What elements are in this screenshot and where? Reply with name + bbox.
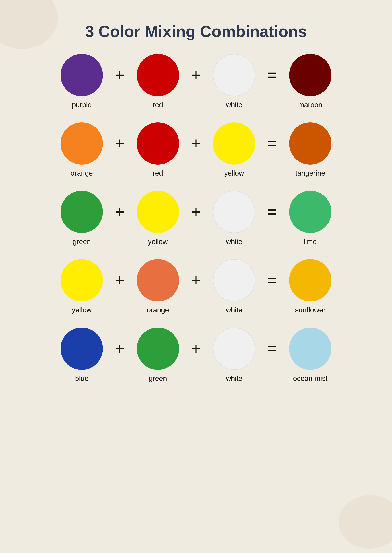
- color-circle-color2-4: [137, 259, 179, 301]
- color-circle-result-2: [289, 122, 331, 165]
- color-label-color1-2: orange: [71, 169, 93, 177]
- equals-sign-equals-1: =: [267, 67, 277, 83]
- color-label-color3-3: white: [226, 238, 243, 246]
- page-title: 3 Color Mixing Combinations: [0, 0, 392, 54]
- color-label-color1-5: blue: [75, 374, 89, 383]
- color-item-result-5: ocean mist: [284, 327, 337, 383]
- color-circle-color2-2: [137, 122, 179, 165]
- color-circle-result-1: [289, 54, 331, 96]
- color-label-result-1: maroon: [298, 101, 322, 109]
- plus-sign-plus-2-3: +: [191, 204, 201, 220]
- color-circle-color1-3: [61, 191, 103, 233]
- color-circle-color1-1: [61, 54, 103, 96]
- color-item-color3-5: white: [207, 327, 261, 383]
- color-label-result-4: sunflower: [295, 306, 326, 314]
- color-label-color2-1: red: [153, 101, 163, 109]
- color-label-color2-3: yellow: [148, 238, 168, 246]
- color-item-color3-2: yellow: [207, 122, 261, 177]
- combination-row-2: orange+red+yellow=tangerine: [27, 122, 365, 177]
- color-circle-result-3: [289, 191, 331, 233]
- plus-sign-plus-2-1: +: [191, 67, 201, 83]
- color-circle-color3-1: [213, 54, 255, 96]
- color-label-color3-2: yellow: [224, 169, 244, 177]
- color-circle-color3-3: [213, 191, 255, 233]
- combination-row-4: yellow+orange+white=sunflower: [27, 259, 365, 314]
- color-item-color2-4: orange: [131, 259, 185, 314]
- color-label-result-2: tangerine: [295, 169, 325, 177]
- color-item-color1-5: blue: [55, 327, 108, 383]
- color-label-result-3: lime: [304, 238, 317, 246]
- combinations-container: purple+red+white=maroonorange+red+yellow…: [0, 54, 392, 405]
- color-item-color1-3: green: [55, 191, 108, 246]
- color-label-color1-3: green: [73, 238, 91, 246]
- color-circle-color3-4: [213, 259, 255, 301]
- combination-row-3: green+yellow+white=lime: [27, 191, 365, 246]
- color-label-color3-1: white: [226, 101, 243, 109]
- color-label-color1-4: yellow: [72, 306, 91, 314]
- combination-row-5: blue+green+white=ocean mist: [27, 327, 365, 383]
- color-circle-color2-5: [137, 327, 179, 370]
- color-item-result-3: lime: [284, 191, 337, 246]
- plus-sign-plus-1-5: +: [115, 340, 125, 356]
- combination-row-1: purple+red+white=maroon: [27, 54, 365, 109]
- color-item-color1-2: orange: [55, 122, 108, 177]
- color-label-color2-4: orange: [147, 306, 169, 314]
- color-item-color1-1: purple: [55, 54, 108, 109]
- color-item-color2-5: green: [131, 327, 185, 383]
- equals-sign-equals-4: =: [267, 272, 277, 288]
- color-circle-color2-1: [137, 54, 179, 96]
- color-circle-color3-5: [213, 327, 255, 370]
- color-circle-color1-4: [61, 259, 103, 301]
- equals-sign-equals-5: =: [267, 340, 277, 356]
- color-label-color2-5: green: [149, 374, 167, 383]
- color-label-color2-2: red: [153, 169, 163, 177]
- color-circle-color1-2: [61, 122, 103, 165]
- color-item-result-2: tangerine: [284, 122, 337, 177]
- plus-sign-plus-1-1: +: [115, 67, 125, 83]
- color-circle-color1-5: [61, 327, 103, 370]
- color-item-color3-3: white: [207, 191, 261, 246]
- plus-sign-plus-1-3: +: [115, 204, 125, 220]
- color-item-color3-1: white: [207, 54, 261, 109]
- color-circle-result-4: [289, 259, 331, 301]
- color-item-color3-4: white: [207, 259, 261, 314]
- plus-sign-plus-1-4: +: [115, 272, 125, 288]
- equals-sign-equals-2: =: [267, 135, 277, 151]
- color-label-color1-1: purple: [72, 101, 91, 109]
- plus-sign-plus-1-2: +: [115, 135, 125, 151]
- color-circle-color2-3: [137, 191, 179, 233]
- color-item-color2-1: red: [131, 54, 185, 109]
- color-item-color1-4: yellow: [55, 259, 108, 314]
- color-circle-color3-2: [213, 122, 255, 165]
- color-label-color3-5: white: [226, 374, 243, 383]
- plus-sign-plus-2-4: +: [191, 272, 201, 288]
- plus-sign-plus-2-2: +: [191, 135, 201, 151]
- equals-sign-equals-3: =: [267, 204, 277, 220]
- color-item-result-1: maroon: [284, 54, 337, 109]
- color-label-result-5: ocean mist: [293, 374, 328, 383]
- plus-sign-plus-2-5: +: [191, 340, 201, 356]
- color-circle-result-5: [289, 327, 331, 370]
- color-item-color2-2: red: [131, 122, 185, 177]
- color-label-color3-4: white: [226, 306, 243, 314]
- color-item-color2-3: yellow: [131, 191, 185, 246]
- color-item-result-4: sunflower: [284, 259, 337, 314]
- background-blob-bottom-right: [339, 495, 392, 549]
